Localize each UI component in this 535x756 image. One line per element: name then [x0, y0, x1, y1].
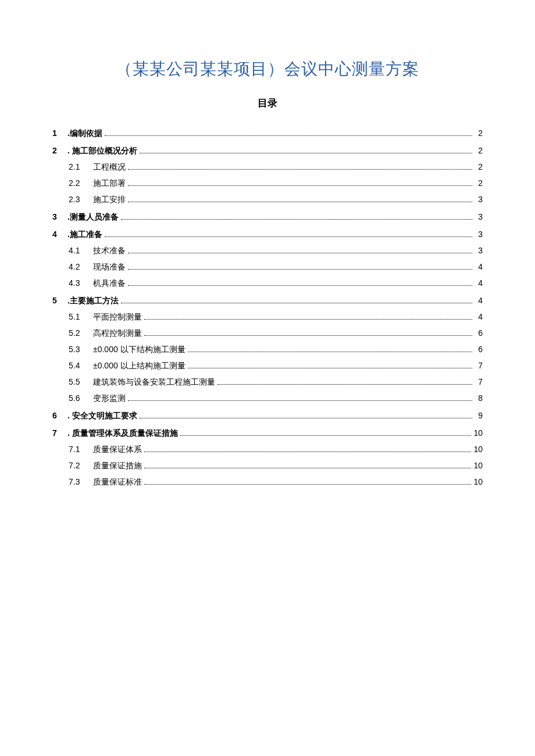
- toc-section: 7. 质量管理体系及质量保证措施107.1质量保证体系107.2质量保证措施10…: [52, 425, 483, 490]
- document-title: （某某公司某某项目）会议中心测量方案: [52, 58, 483, 80]
- toc-label: 施工安排: [93, 191, 126, 207]
- toc-entry-l1[interactable]: 6. 安全文明施工要求9: [52, 407, 483, 424]
- toc-section: 2. 施工部位概况分析22.1工程概况22.2施工部署22.3施工安排3: [52, 142, 483, 207]
- toc-number: 2.2: [69, 175, 86, 191]
- toc-entry-l2[interactable]: 4.3机具准备4: [52, 275, 483, 291]
- toc-label: 平面控制测量: [93, 309, 142, 325]
- toc-label: 机具准备: [93, 275, 126, 291]
- toc-entry-l2[interactable]: 4.2现场准备4: [52, 259, 483, 275]
- toc-entry-l2[interactable]: 7.1质量保证体系10: [52, 441, 483, 457]
- toc-entry-l2[interactable]: 5.6变形监测8: [52, 390, 483, 406]
- toc-page: 10: [473, 457, 483, 474]
- toc-leader-dots: [144, 330, 472, 336]
- toc-label: .施工准备: [67, 226, 102, 242]
- toc-leader-dots: [144, 463, 471, 468]
- toc-entry-l2[interactable]: 4.1技术准备3: [52, 242, 483, 259]
- toc-entry-l2[interactable]: 5.1平面控制测量4: [52, 309, 483, 325]
- toc-leader-dots: [128, 196, 472, 202]
- toc-page: 6: [475, 325, 483, 341]
- toc-number: 3: [52, 209, 63, 225]
- toc-number: 4.2: [69, 259, 86, 275]
- toc-section: 3.测量人员准备3: [52, 209, 483, 225]
- toc-page: 8: [475, 390, 483, 406]
- toc-label: 高程控制测量: [93, 325, 142, 341]
- toc-number: 5.4: [69, 357, 86, 374]
- toc-leader-dots: [140, 413, 472, 418]
- toc-leader-dots: [105, 130, 472, 136]
- toc-leader-dots: [140, 148, 472, 153]
- toc-leader-dots: [128, 395, 472, 401]
- toc-section: 1.编制依据2: [52, 125, 483, 141]
- toc-leader-dots: [128, 280, 472, 286]
- toc-leader-dots: [121, 298, 472, 303]
- toc-page: 10: [473, 441, 483, 457]
- toc-label: ±0.000 以上结构施工测量: [93, 357, 186, 374]
- toc-number: 2: [52, 142, 63, 159]
- toc-page: 4: [475, 275, 483, 291]
- toc-number: 5.5: [69, 374, 86, 390]
- toc-entry-l2[interactable]: 2.2施工部署2: [52, 175, 483, 191]
- toc-entry-l2[interactable]: 5.4±0.000 以上结构施工测量7: [52, 357, 483, 374]
- toc-entry-l1[interactable]: 1.编制依据2: [52, 125, 483, 141]
- toc-label: .主要施工方法: [67, 292, 119, 309]
- toc-leader-dots: [144, 479, 471, 485]
- toc-entry-l2[interactable]: 5.5建筑装饰与设备安装工程施工测量7: [52, 374, 483, 390]
- toc-entry-l1[interactable]: 7. 质量管理体系及质量保证措施10: [52, 425, 483, 441]
- toc-entry-l2[interactable]: 2.1工程概况2: [52, 159, 483, 175]
- toc-entry-l1[interactable]: 4.施工准备3: [52, 226, 483, 242]
- toc-leader-dots: [188, 363, 472, 368]
- toc-label: 质量保证措施: [93, 457, 142, 474]
- toc-leader-dots: [128, 164, 472, 170]
- toc-leader-dots: [128, 248, 472, 253]
- toc-page: 2: [475, 142, 483, 159]
- toc-leader-dots: [121, 214, 472, 220]
- toc-label: 技术准备: [93, 242, 126, 259]
- toc-entry-l2[interactable]: 5.2高程控制测量6: [52, 325, 483, 341]
- toc-entry-l2[interactable]: 7.3质量保证标准10: [52, 474, 483, 490]
- toc-number: 6: [52, 407, 63, 424]
- toc-label: . 质量管理体系及质量保证措施: [67, 425, 178, 441]
- toc-page: 2: [475, 125, 483, 141]
- toc-entry-l2[interactable]: 7.2质量保证措施10: [52, 457, 483, 474]
- toc-entry-l1[interactable]: 3.测量人员准备3: [52, 209, 483, 225]
- toc-page: 4: [475, 292, 483, 309]
- toc-entry-l2[interactable]: 2.3施工安排3: [52, 191, 483, 207]
- toc-page: 7: [475, 374, 483, 390]
- toc-number: 5.3: [69, 341, 86, 357]
- toc-entry-l1[interactable]: 5.主要施工方法4: [52, 292, 483, 309]
- toc-label: . 安全文明施工要求: [67, 407, 137, 424]
- toc-label: 质量保证标准: [93, 474, 142, 490]
- toc-label: 施工部署: [93, 175, 126, 191]
- toc-page: 10: [473, 425, 483, 441]
- toc-number: 2.1: [69, 159, 86, 175]
- toc-leader-dots: [128, 180, 472, 186]
- toc-leader-dots: [144, 314, 472, 320]
- toc-number: 4: [52, 226, 63, 242]
- toc-page: 3: [475, 209, 483, 225]
- toc-entry-l1[interactable]: 2. 施工部位概况分析2: [52, 142, 483, 159]
- toc-container: 1.编制依据22. 施工部位概况分析22.1工程概况22.2施工部署22.3施工…: [52, 125, 483, 490]
- toc-page: 3: [475, 242, 483, 259]
- toc-page: 4: [475, 259, 483, 275]
- toc-label: 建筑装饰与设备安装工程施工测量: [93, 374, 215, 390]
- toc-leader-dots: [105, 231, 472, 237]
- toc-page: 3: [475, 191, 483, 207]
- toc-number: 4.3: [69, 275, 86, 291]
- toc-number: 7.3: [69, 474, 86, 490]
- toc-page: 10: [473, 474, 483, 490]
- toc-number: 5.1: [69, 309, 86, 325]
- toc-leader-dots: [180, 430, 472, 436]
- toc-number: 5.2: [69, 325, 86, 341]
- toc-entry-l2[interactable]: 5.3±0.000 以下结构施工测量6: [52, 341, 483, 357]
- toc-label: 质量保证体系: [93, 441, 142, 457]
- toc-label: .编制依据: [67, 125, 102, 141]
- toc-label: .测量人员准备: [67, 209, 119, 225]
- toc-page: 6: [475, 341, 483, 357]
- toc-leader-dots: [144, 446, 471, 452]
- toc-section: 6. 安全文明施工要求9: [52, 407, 483, 424]
- toc-page: 4: [475, 309, 483, 325]
- toc-page: 2: [475, 159, 483, 175]
- toc-leader-dots: [217, 379, 472, 385]
- toc-page: 9: [475, 407, 483, 424]
- toc-number: 7.1: [69, 441, 86, 457]
